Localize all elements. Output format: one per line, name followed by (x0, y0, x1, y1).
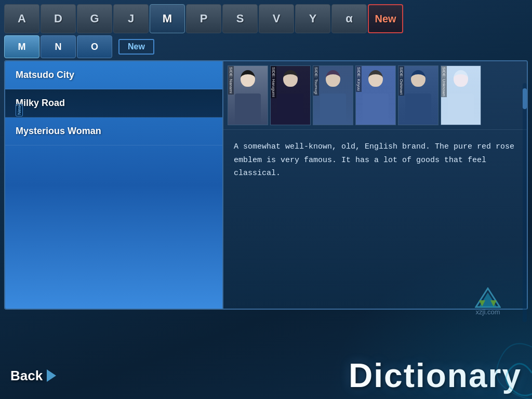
bottom-area: Back Dictionary (0, 352, 532, 399)
sub-btn-m[interactable]: M (4, 35, 39, 58)
alpha-btn-p[interactable]: P (186, 4, 221, 33)
char-label-3: SIDE: Kiryuu (356, 66, 362, 92)
watermark-text: xzji.com (476, 308, 500, 316)
description-text: A somewhat well-known, old, English bran… (234, 142, 514, 178)
word-list-panel: Matsudo CityMilky RoadMysterious Woman (5, 61, 223, 309)
list-item-2[interactable]: Mysterious Woman (5, 117, 222, 145)
char-thumb-4: SIDE: Oshinari (398, 65, 438, 125)
alpha-btn-d[interactable]: D (41, 4, 76, 33)
alpha-btn-g[interactable]: G (77, 4, 112, 33)
back-label: Back (10, 368, 43, 384)
watermark-logo (475, 287, 501, 308)
new-side-label: New (16, 104, 23, 116)
right-scrollbar[interactable] (523, 83, 527, 322)
sub-btn-o[interactable]: O (77, 35, 112, 58)
sub-alphabet-nav: MNONew (0, 33, 532, 60)
char-thumb-1: SIDE: Harugumi (270, 65, 311, 125)
watermark: xzji.com (475, 287, 501, 316)
top-alphabet-nav: ADGJMPSVYαNew (0, 0, 532, 33)
char-label-4: SIDE: Oshinari (398, 66, 404, 96)
char-thumb-0: SIDE: Nanami (228, 65, 268, 125)
alpha-btn-a[interactable]: A (4, 4, 39, 33)
detail-panel: SIDE: Nanami SIDE: Harugumi SIDE: Tsumug… (223, 61, 527, 309)
alpha-btn-α[interactable]: α (331, 4, 367, 33)
back-arrow-icon (47, 369, 56, 382)
char-label-0: SIDE: Nanami (228, 66, 234, 95)
char-label-2: SIDE: Tsumugi (313, 66, 319, 96)
sub-btn-n[interactable]: N (41, 35, 76, 58)
dictionary-title: Dictionary (349, 356, 522, 395)
alpha-btn-j[interactable]: J (113, 4, 149, 33)
list-item-1[interactable]: Milky Road (5, 89, 222, 117)
alpha-btn-m[interactable]: M (150, 4, 185, 33)
new-button[interactable]: New (368, 4, 403, 33)
char-label-1: SIDE: Harugumi (271, 66, 276, 98)
alpha-btn-v[interactable]: V (259, 4, 294, 33)
alpha-btn-s[interactable]: S (222, 4, 258, 33)
char-label-5: SIDE: Unknown (441, 66, 447, 97)
scrollbar-thumb[interactable] (523, 88, 527, 109)
list-item-0[interactable]: Matsudo City (5, 61, 222, 89)
description-area: A somewhat well-known, old, English bran… (223, 130, 527, 309)
main-content-area: Matsudo CityMilky RoadMysterious Woman S… (4, 60, 528, 310)
char-thumb-2: SIDE: Tsumugi (313, 65, 353, 125)
char-thumb-3: SIDE: Kiryuu (355, 65, 396, 125)
character-thumbnails: SIDE: Nanami SIDE: Harugumi SIDE: Tsumug… (223, 61, 527, 130)
new-sub-badge: New (118, 39, 154, 55)
back-button[interactable]: Back (10, 368, 56, 384)
alpha-btn-y[interactable]: Y (295, 4, 330, 33)
char-thumb-5: SIDE: Unknown (441, 65, 481, 125)
